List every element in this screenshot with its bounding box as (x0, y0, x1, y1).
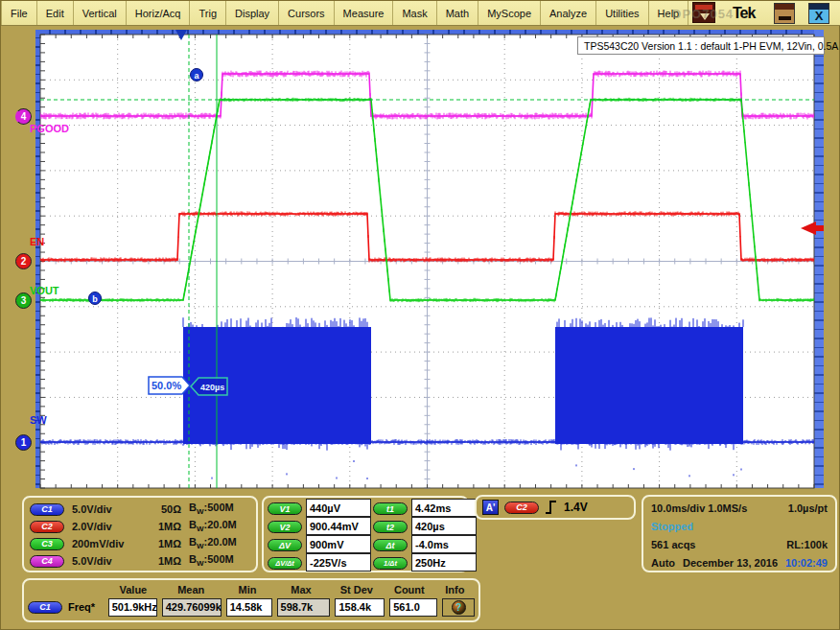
cursor-b-marker[interactable]: b (89, 292, 102, 305)
info-icon: ? (452, 600, 466, 615)
v2-value: 900.44mV (306, 517, 371, 535)
c1-impedance: 50Ω (149, 503, 181, 515)
inv-delta-t-pill[interactable]: 1/Δt (373, 557, 408, 570)
trigger-level-arrow[interactable] (801, 222, 824, 235)
meas-max: 598.7k (277, 598, 331, 617)
meas-stdev: 158.4k (335, 598, 385, 617)
channel-row-c3[interactable]: C3 200mV/div 1MΩ BW:20.0M (30, 535, 250, 552)
channel-settings-panel: C1 5.0V/div 50Ω BW:500M C2 2.0V/div 1MΩ … (22, 496, 258, 572)
cursor-a-marker[interactable]: a (191, 69, 203, 82)
cursor-readout-panel: V1 440µV t1 4.42ms V2 900.44mV t2 420µs … (262, 496, 469, 572)
svg-text:420µs: 420µs (200, 383, 224, 392)
timebase-panel[interactable]: 10.0ms/div 1.0MS/s 1.0µs/pt Stopped 561 … (642, 495, 837, 572)
channel-2-marker[interactable]: 2 (15, 253, 32, 269)
meas-count: 561.0 (389, 598, 437, 617)
menu-myscope[interactable]: MyScope (478, 1, 541, 25)
minimize-button[interactable] (774, 3, 795, 24)
menu-cursors[interactable]: Cursors (279, 1, 335, 25)
c2-bandwidth: BW:20.0M (189, 519, 237, 533)
info-button[interactable]: ? (442, 598, 475, 617)
trigger-source-pill[interactable]: C2 (504, 502, 539, 514)
delta-v-value: 900mV (306, 535, 371, 553)
trigger-a-badge: A' (482, 500, 499, 515)
menu-analyze[interactable]: Analyze (541, 1, 596, 25)
svg-text:b: b (92, 294, 98, 304)
svg-text:50.0%: 50.0% (152, 380, 181, 391)
close-button[interactable]: X (808, 3, 829, 24)
c3-impedance: 1MΩ (149, 538, 181, 549)
oscilloscope-application: File Edit Vertical Horiz/Acq Trig Displa… (0, 0, 840, 630)
measurement-row: C1 Freq* 501.9kHz 429.76099k 14.58k 598.… (28, 597, 475, 617)
menu-horiz-acq[interactable]: Horiz/Acq (127, 1, 191, 25)
channel-1-marker[interactable]: 1 (15, 434, 32, 451)
header-value: Value (106, 584, 159, 595)
clock: 10:02:49 (785, 557, 828, 569)
minimize-icon (779, 16, 791, 20)
header-count: Count (384, 584, 435, 595)
c4-scale: 5.0V/div (72, 555, 141, 567)
dv-dt-value: -225V/s (306, 553, 371, 572)
header-stdev: St Dev (330, 584, 384, 595)
menu-display[interactable]: Display (226, 1, 279, 25)
v2-pill[interactable]: V2 (268, 521, 302, 533)
tek-logo: Tek (733, 5, 755, 22)
t1-pill[interactable]: t1 (373, 502, 408, 515)
c2-scale: 2.0V/div (72, 521, 141, 532)
sample-resolution: 1.0µs/pt (788, 502, 828, 514)
meas-value: 501.9kHz (108, 598, 157, 617)
menu-trig[interactable]: Trig (190, 1, 226, 25)
c3-pill[interactable]: C3 (30, 538, 64, 550)
meas-mean: 429.76099k (162, 598, 222, 617)
channel-row-c1[interactable]: C1 5.0V/div 50Ω BW:500M (30, 501, 250, 518)
inv-delta-t-value: 250Hz (411, 553, 477, 572)
menu-edit[interactable]: Edit (37, 1, 74, 25)
t1-value: 4.42ms (411, 499, 477, 517)
c2-pill[interactable]: C2 (30, 521, 64, 533)
c4-bandwidth: BW:500M (189, 553, 234, 568)
c3-scale: 200mV/div (72, 538, 141, 549)
v1-value: 440µV (306, 499, 371, 517)
t2-pill[interactable]: t2 (373, 521, 408, 533)
header-max: Max (272, 584, 330, 595)
delta-t-value: -4.0ms (411, 535, 477, 553)
menu-vertical[interactable]: Vertical (74, 1, 127, 25)
acquisition-status: Stopped (651, 521, 693, 532)
menu-bar: File Edit Vertical Horiz/Acq Trig Displa… (1, 1, 840, 26)
channel-row-c4[interactable]: C4 5.0V/div 1MΩ BW:500M (30, 552, 250, 570)
label-pgood: PGOOD (30, 123, 69, 134)
menu-utilities[interactable]: Utilities (596, 1, 648, 25)
rising-edge-icon (545, 500, 558, 515)
meas-source-pill[interactable]: C1 (28, 601, 62, 614)
record-length: RL:100k (786, 539, 828, 550)
model-name: DPO7054 (672, 7, 734, 21)
c3-bandwidth: BW:20.0M (189, 536, 237, 550)
waveform-display: a b 50.0% 420µs 4 2 3 1 PGOOD EN VOUT SW (1, 28, 840, 490)
trigger-percent-callout[interactable]: 50.0% (149, 377, 190, 394)
menu-file[interactable]: File (1, 1, 37, 25)
trigger-level-value: 1.4V (564, 501, 588, 514)
t2-value: 420µs (411, 517, 477, 535)
label-en: EN (30, 236, 44, 247)
header-min: Min (222, 584, 272, 595)
c4-pill[interactable]: C4 (30, 555, 64, 568)
meas-min: 14.58k (226, 598, 272, 617)
v1-pill[interactable]: V1 (268, 502, 302, 515)
menu-measure[interactable]: Measure (335, 1, 394, 25)
c4-impedance: 1MΩ (149, 555, 181, 567)
waveform-canvas: a b 50.0% 420µs (1, 28, 840, 490)
meas-name: Freq* (68, 601, 95, 613)
c1-bandwidth: BW:500M (189, 502, 234, 516)
channel-row-c2[interactable]: C2 2.0V/div 1MΩ BW:20.0M (30, 518, 250, 535)
annotation-box: TPS543C20 Version 1.1 : default 1-PH EVM… (577, 36, 825, 55)
header-info: Info (435, 584, 475, 595)
dv-dt-pill[interactable]: ΔV/Δt (268, 557, 302, 570)
trigger-panel[interactable]: A' C2 1.4V (475, 495, 636, 520)
acquisition-count: 561 acqs (651, 539, 695, 550)
delta-t-pill[interactable]: Δt (373, 539, 408, 551)
delta-v-pill[interactable]: ΔV (268, 539, 302, 551)
cursor-time-callout[interactable]: 420µs (191, 378, 227, 395)
c1-pill[interactable]: C1 (30, 503, 64, 516)
menu-math[interactable]: Math (437, 1, 478, 25)
menu-mask[interactable]: Mask (393, 1, 436, 25)
c1-scale: 5.0V/div (72, 503, 141, 515)
